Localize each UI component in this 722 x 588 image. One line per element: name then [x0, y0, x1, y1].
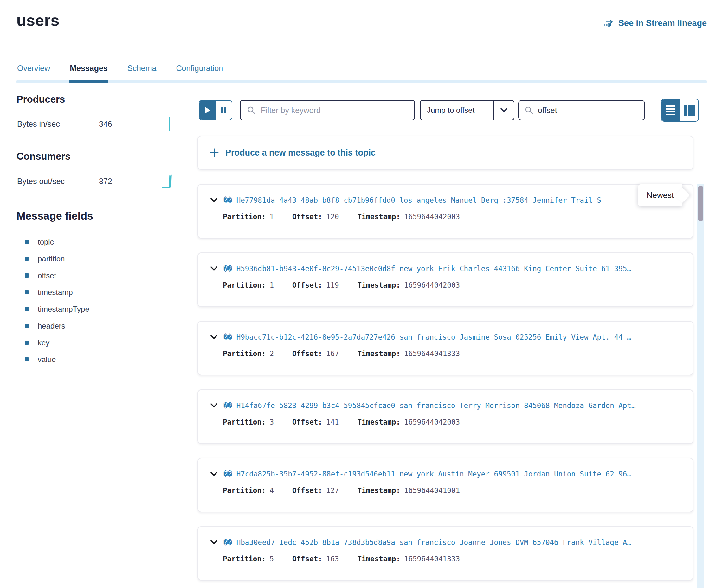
scrollbar-thumb[interactable]: [698, 186, 703, 221]
expand-chevron-icon[interactable]: [210, 335, 218, 340]
search-icon: [524, 106, 533, 115]
scrollbar-track[interactable]: [697, 184, 704, 588]
offset-search-field: [518, 100, 645, 120]
produce-message-button[interactable]: Produce a new message to this topic: [198, 135, 694, 170]
tab-underline-track: [17, 81, 707, 83]
message-row[interactable]: �� H14fa67fe-5823-4299-b3c4-595845cfcae0…: [198, 390, 694, 444]
page-title: users: [17, 12, 60, 30]
play-icon: [204, 106, 211, 114]
tab-overview[interactable]: Overview: [17, 63, 51, 74]
offset-value: 141: [326, 418, 339, 426]
expand-chevron-icon[interactable]: [210, 266, 218, 271]
field-item-key[interactable]: key: [25, 334, 181, 351]
partition-value: 5: [269, 555, 274, 563]
play-button[interactable]: [199, 101, 215, 120]
expand-chevron-icon[interactable]: [210, 198, 218, 203]
offset-value: 167: [326, 350, 339, 358]
field-item-offset[interactable]: offset: [25, 267, 181, 284]
see-in-stream-lineage-label: See in Stream lineage: [618, 18, 707, 28]
bytes-in-value: 346: [99, 120, 112, 129]
bytes-out-sparkline: [162, 173, 177, 189]
message-key: �� H14fa67fe-5823-4299-b3c4-595845cfcae0…: [224, 401, 683, 410]
bytes-out-value: 372: [99, 177, 112, 186]
see-in-stream-lineage-link[interactable]: See in Stream lineage: [603, 18, 707, 28]
offset-value: 163: [326, 555, 339, 563]
message-row[interactable]: �� H9bacc71c-b12c-4216-8e95-2a7da727e426…: [198, 321, 694, 375]
field-item-partition[interactable]: partition: [25, 250, 181, 267]
card-view-button[interactable]: [680, 100, 698, 121]
partition-value: 3: [269, 418, 274, 426]
timestamp-value: 1659644041333: [404, 555, 460, 563]
field-bullet-icon: [25, 290, 29, 294]
bytes-out-label: Bytes out/sec: [17, 177, 99, 186]
bytes-in-label: Bytes in/sec: [17, 120, 99, 129]
message-row[interactable]: �� H5936db81-b943-4e0f-8c29-74513e0c0d8f…: [198, 252, 694, 307]
field-item-topic[interactable]: topic: [25, 233, 181, 250]
timestamp-value: 1659644042003: [404, 213, 460, 221]
field-bullet-icon: [25, 257, 29, 261]
bytes-in-sparkline: [163, 116, 177, 132]
producers-heading: Producers: [17, 94, 181, 105]
message-meta: Partition:2 Offset:167 Timestamp:1659644…: [223, 350, 683, 358]
expand-chevron-icon[interactable]: [210, 471, 218, 477]
partition-value: 1: [269, 281, 274, 289]
field-bullet-icon: [25, 357, 29, 361]
message-key: �� H7cda825b-35b7-4952-88ef-c193d546eb11…: [224, 470, 683, 478]
message-meta: Partition:3 Offset:141 Timestamp:1659644…: [223, 418, 683, 426]
partition-value: 2: [269, 350, 274, 358]
list-view-button[interactable]: [661, 100, 680, 121]
offset-search-input[interactable]: [538, 106, 640, 115]
plus-icon: [209, 148, 219, 158]
bytes-out-metric: Bytes out/sec 372: [17, 173, 179, 189]
keyword-filter-field: [240, 100, 415, 120]
field-item-headers[interactable]: headers: [25, 317, 181, 334]
jump-to-offset-select[interactable]: Jump to offset: [420, 100, 494, 120]
topic-messages-page: users See in Stream lineage Overview Mes…: [0, 0, 722, 588]
field-bullet-icon: [25, 273, 29, 277]
consumers-heading: Consumers: [17, 151, 181, 162]
message-key: �� H5936db81-b943-4e0f-8c29-74513e0c0d8f…: [224, 265, 683, 273]
tab-bar: Overview Messages Schema Configuration: [17, 63, 707, 83]
message-fields-list: topic partition offset timestamp timesta…: [17, 233, 181, 368]
field-bullet-icon: [25, 340, 29, 345]
message-meta: Partition:5 Offset:163 Timestamp:1659644…: [223, 555, 683, 563]
field-item-timestamp[interactable]: timestamp: [25, 284, 181, 301]
search-icon: [247, 106, 256, 115]
view-mode-toggle: [661, 99, 699, 122]
pause-button[interactable]: [215, 101, 232, 120]
expand-chevron-icon[interactable]: [210, 403, 218, 408]
sidebar: Producers Bytes in/sec 346 Consumers Byt…: [17, 94, 181, 368]
keyword-filter-input[interactable]: [261, 106, 408, 115]
message-meta: Partition:1 Offset:119 Timestamp:1659644…: [223, 281, 683, 289]
timestamp-value: 1659644041001: [404, 486, 460, 495]
expand-chevron-icon[interactable]: [210, 540, 218, 545]
message-meta: Partition:1 Offset:120 Timestamp:1659644…: [223, 213, 683, 221]
message-row[interactable]: �� Hba30eed7-1edc-452b-8b1a-738d3b5d8a9a…: [198, 526, 694, 581]
message-fields-heading: Message fields: [17, 210, 181, 222]
stream-lineage-arrow-icon: [603, 19, 615, 28]
message-key: �� Hba30eed7-1edc-452b-8b1a-738d3b5d8a9a…: [224, 538, 683, 546]
timestamp-value: 1659644042003: [404, 281, 460, 289]
field-item-value[interactable]: value: [25, 351, 181, 368]
partition-value: 1: [269, 213, 274, 221]
jump-select-chevron-button[interactable]: [494, 100, 514, 120]
offset-value: 120: [326, 213, 339, 221]
message-row[interactable]: �� He77981da-4a43-48ab-b8f8-cb71b96ffdd0…: [198, 184, 694, 238]
newest-tooltip: Newest: [638, 184, 682, 206]
timestamp-value: 1659644041333: [404, 350, 460, 358]
field-item-timestampType[interactable]: timestampType: [25, 301, 181, 317]
timestamp-value: 1659644042003: [404, 418, 460, 426]
tab-configuration[interactable]: Configuration: [175, 63, 224, 74]
offset-value: 119: [326, 281, 339, 289]
tab-messages[interactable]: Messages: [69, 63, 108, 74]
pause-icon: [221, 106, 227, 114]
tab-schema[interactable]: Schema: [127, 63, 157, 74]
messages-toolbar: Jump to offset: [198, 100, 694, 120]
field-bullet-icon: [25, 307, 29, 311]
field-bullet-icon: [25, 324, 29, 328]
card-view-icon: [684, 105, 695, 115]
produce-message-label: Produce a new message to this topic: [225, 148, 376, 158]
bytes-in-metric: Bytes in/sec 346: [17, 116, 179, 132]
message-row[interactable]: �� H7cda825b-35b7-4952-88ef-c193d546eb11…: [198, 458, 694, 512]
chevron-down-icon: [500, 108, 508, 113]
